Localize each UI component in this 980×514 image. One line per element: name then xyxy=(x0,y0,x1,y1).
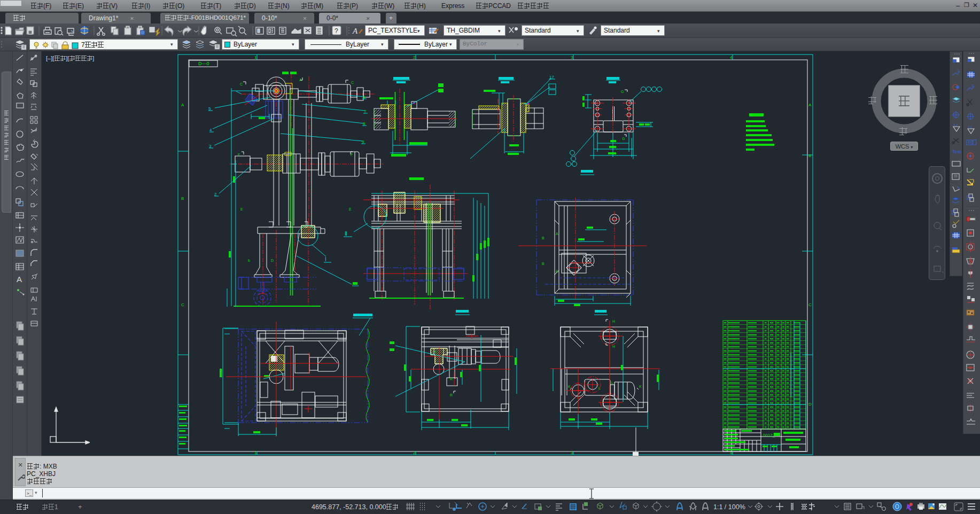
svg-text:b: b xyxy=(248,259,250,262)
svg-text:1:1 / 100%: 1:1 / 100% xyxy=(713,503,745,511)
svg-text:3.2: 3.2 xyxy=(968,126,973,129)
svg-text:0012_: 0012_ xyxy=(763,433,775,438)
svg-text:H: H xyxy=(612,320,615,323)
svg-text:3: 3 xyxy=(957,69,959,73)
svg-text:Text: Text xyxy=(952,149,961,154)
svg-text:C: C xyxy=(808,302,812,307)
svg-text:3: 3 xyxy=(571,55,573,60)
svg-text:3: 3 xyxy=(971,84,974,88)
svg-text:1: 1 xyxy=(254,55,257,60)
svg-text:C: C xyxy=(181,302,184,307)
svg-text:Ⅰ: Ⅰ xyxy=(325,256,326,262)
svg-text:A: A xyxy=(181,103,184,107)
svg-text:C: C xyxy=(351,81,354,84)
svg-text:?: ? xyxy=(335,27,338,35)
svg-text:G: G xyxy=(621,90,624,94)
svg-text:1: 1 xyxy=(254,450,257,455)
svg-text:3.2: 3.2 xyxy=(953,123,958,127)
svg-text:B: B xyxy=(542,262,545,266)
svg-text:A: A xyxy=(352,27,358,35)
svg-text:4: 4 xyxy=(730,55,733,60)
svg-text:E: E xyxy=(349,207,352,211)
svg-text:2: 2 xyxy=(413,450,416,455)
svg-text:L: L xyxy=(611,381,613,385)
svg-text:F: F xyxy=(238,153,240,157)
svg-text:B: B xyxy=(542,236,545,240)
svg-text:Ⅱ: Ⅱ xyxy=(345,231,347,237)
svg-text:A: A xyxy=(808,103,812,107)
svg-text:K: K xyxy=(639,385,642,388)
svg-text:C: C xyxy=(240,82,243,86)
svg-text:B: B xyxy=(181,196,184,201)
svg-text:B: B xyxy=(808,153,811,158)
svg-text:3: 3 xyxy=(571,450,573,455)
svg-text:L: L xyxy=(598,386,601,390)
svg-text:E: E xyxy=(240,207,243,211)
svg-text:D: D xyxy=(808,402,812,407)
svg-text:A: A xyxy=(556,269,558,273)
svg-text:A: A xyxy=(17,275,22,284)
svg-text:D—0: D—0 xyxy=(198,61,209,66)
svg-text:R: R xyxy=(450,377,453,381)
svg-text:A: A xyxy=(556,232,558,236)
svg-text:D: D xyxy=(271,259,274,262)
svg-text:F: F xyxy=(351,153,353,157)
svg-text:G: G xyxy=(622,137,625,141)
svg-text:K: K xyxy=(568,385,571,388)
svg-text:H: H xyxy=(612,345,615,348)
svg-text:R: R xyxy=(450,393,453,397)
svg-text:2: 2 xyxy=(413,55,416,60)
